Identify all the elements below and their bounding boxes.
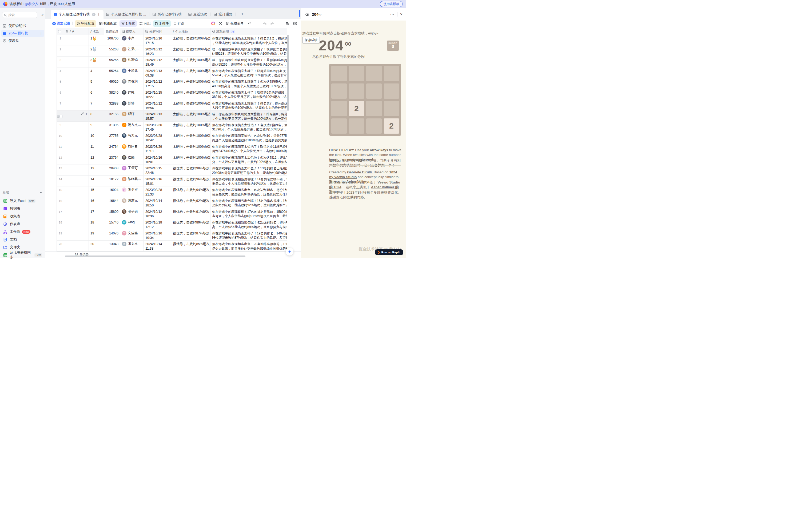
score-cell[interactable]: 23764 xyxy=(104,154,120,165)
table-row[interactable]: 151516924夕孝夕夕2023/08/28 21:33很优秀，击败约94%场… xyxy=(57,186,287,198)
score-cell[interactable]: 18172 xyxy=(104,176,120,186)
row-height-button[interactable]: 行高 xyxy=(173,21,184,26)
row-select-cell[interactable] xyxy=(57,111,64,121)
table-row[interactable]: 4455264王王泽龙2024/10/13 09:38太酷啦，击败约100%场次… xyxy=(57,67,287,79)
rank-cell[interactable]: 11 xyxy=(89,143,104,154)
expand-record-icon[interactable] xyxy=(81,112,84,115)
time-cell[interactable]: 2024/10/13 09:38 xyxy=(144,67,171,78)
score-cell[interactable]: 32888 xyxy=(104,100,120,111)
tab-more-icon[interactable]: ⋮ xyxy=(97,12,100,16)
primary-cell[interactable] xyxy=(64,89,89,100)
header-rank[interactable]: ƒ名次 xyxy=(89,28,104,35)
tier-cell[interactable]: 太酷啦，击败约100%场次 xyxy=(171,100,210,111)
user-cell[interactable]: 卢小卢 xyxy=(120,35,144,46)
time-cell[interactable]: 2024/10/16 18:01 xyxy=(144,154,171,165)
time-cell[interactable]: 2024/10/12 18:49 xyxy=(144,57,171,67)
sidebar-item-manual[interactable]: 使用说明书 xyxy=(1,22,44,29)
primary-cell[interactable] xyxy=(64,230,89,241)
primary-cell[interactable]: + xyxy=(64,111,89,121)
header-a[interactable]: ƒ A xyxy=(64,28,89,35)
time-cell[interactable]: 2024/10/16 17:15 xyxy=(144,35,171,46)
primary-cell[interactable] xyxy=(64,67,89,78)
header-tier[interactable]: ƒ个人段位 xyxy=(171,28,210,35)
close-icon[interactable]: × xyxy=(400,12,403,17)
perf-cell[interactable]: 哇，你在游戏中的表现简直太惊艳了！获得第3名的好成绩，得分高达55266，还能在… xyxy=(210,57,287,67)
user-cell[interactable]: 雪王雪可 xyxy=(120,165,144,176)
tier-cell[interactable]: 太酷啦，击败约100%场次 xyxy=(171,35,210,46)
score-cell[interactable]: 24764 xyxy=(104,143,120,154)
perf-cell[interactable]: 你在游戏中的表现相当出色呢！16名的排名很棒，16644的得分是实力的证明，能击… xyxy=(210,198,287,208)
link-gabriele[interactable]: Gabriele Cirulli. xyxy=(347,170,373,174)
perf-cell[interactable]: 你在游戏中的表现超棒！17名的排名很靠前，15800的得分也是当可观，个人段位能… xyxy=(210,208,287,219)
user-cell[interactable]: 彭彭骋 xyxy=(120,100,144,111)
time-cell[interactable]: 2024/10/16 19:34 xyxy=(144,230,171,241)
table-row[interactable]: 121223764连连懿2024/10/16 18:01太酷啦，击败约100%场… xyxy=(57,154,287,165)
time-cell[interactable]: 2024/10/12 17:15 xyxy=(144,78,171,89)
rank-cell[interactable]: 20 xyxy=(89,241,104,251)
vertical-scrollbar[interactable] xyxy=(287,35,289,111)
chevron-down-icon[interactable] xyxy=(39,191,43,194)
create-item-form[interactable]: 收集表 xyxy=(1,213,44,220)
user-cell[interactable]: 陈陈春润 xyxy=(120,78,144,89)
time-cell[interactable]: 2024/10/14 11:38 xyxy=(144,241,171,251)
rank-cell[interactable]: 5 xyxy=(89,78,104,89)
time-cell[interactable]: 2024/10/12 16:23 xyxy=(144,46,171,57)
banner-author-link[interactable]: @孝夕夕 xyxy=(25,2,38,6)
table-row[interactable]: 202013048张张文杰2024/10/14 11:38很优秀，击败约85%场… xyxy=(57,241,287,251)
tier-cell[interactable]: 太酷啦，击败约100%场次 xyxy=(171,46,210,57)
user-cell[interactable]: 文文佳鑫 xyxy=(120,230,144,241)
perf-cell[interactable]: 你在游戏中的表现简直太耀眼了！排名第7，得分高达32888，个人段位更是击败约1… xyxy=(210,100,287,111)
rank-cell[interactable]: 1 xyxy=(89,35,104,46)
rank-cell[interactable]: 12 xyxy=(89,154,104,165)
table-row[interactable]: 11 106700卢小卢2024/10/16 17:15太酷啦，击败约100%场… xyxy=(57,35,287,46)
primary-cell[interactable] xyxy=(64,219,89,230)
time-cell[interactable]: 2024/10/15 22:46 xyxy=(144,165,171,176)
redo-icon[interactable] xyxy=(270,22,274,26)
time-cell[interactable]: 2023/08/30 17:49 xyxy=(144,122,171,132)
score-cell[interactable]: 31396 xyxy=(104,122,120,132)
search-records-icon[interactable] xyxy=(286,22,290,26)
sidebar-item-dashboard[interactable]: 仪表盘 xyxy=(1,37,44,44)
widget-icon[interactable] xyxy=(293,22,297,26)
user-cell[interactable]: 夕孝夕夕 xyxy=(120,186,144,197)
time-cell[interactable]: 2024/10/16 15:01 xyxy=(144,176,171,186)
user-cell[interactable]: 孔孔家锐 xyxy=(120,57,144,67)
panel-more-icon[interactable]: ··· xyxy=(390,12,395,16)
primary-cell[interactable] xyxy=(64,46,89,57)
tier-cell[interactable]: 太酷啦，击败约100%场次 xyxy=(171,89,210,100)
time-cell[interactable]: 2024/10/12 15:54 xyxy=(144,100,171,111)
create-item-doc[interactable]: 文档 xyxy=(1,236,44,243)
user-cell[interactable]: 陈陈君元 xyxy=(120,198,144,208)
tier-cell[interactable]: 太酷啦，击败约100%场次 xyxy=(171,154,210,165)
tier-cell[interactable]: 太酷啦，击败约100%场次 xyxy=(171,122,210,132)
tier-cell[interactable]: 很优秀，击败约87%场次 xyxy=(171,230,210,241)
rank-cell[interactable]: 18 xyxy=(89,219,104,230)
perf-cell[interactable]: 你在游戏中的表现简直太棒了！取得第6名的好成绩，得分高达38240，个人段位更是… xyxy=(210,89,287,100)
run-on-replit-badge[interactable]: Run on Replit xyxy=(375,249,403,255)
user-cell[interactable]: 毛毛子娟 xyxy=(120,208,144,219)
sidebar-item-leaderboard[interactable]: 204∞ 排行榜 ⋮ xyxy=(1,30,44,37)
table-row[interactable]: 181815740Wwing2024/10/18 12:12很优秀，击败约89%… xyxy=(57,219,287,230)
row-checkbox[interactable] xyxy=(59,115,62,118)
tab-personal-best[interactable]: 个人最佳记录排行榜 ✓ ⋮ xyxy=(51,10,104,19)
tab-personal-best-2[interactable]: 个人最佳记录排行榜 ... xyxy=(104,10,149,19)
header-perf[interactable]: 游戏表现 AI xyxy=(210,28,287,35)
primary-cell[interactable] xyxy=(64,165,89,176)
time-cell[interactable]: 2024/10/12 10:36 xyxy=(144,208,171,219)
score-cell[interactable]: 15740 xyxy=(104,219,120,230)
tier-cell[interactable]: 很优秀，击败约85%场次 xyxy=(171,241,210,251)
group-button[interactable]: 分组 xyxy=(140,21,150,26)
create-item-workflow[interactable]: 工作流 New xyxy=(1,228,44,235)
user-cell[interactable]: 木汤方杰(金木) xyxy=(120,122,144,132)
header-user[interactable]: 提交人 xyxy=(120,28,144,35)
time-cell[interactable]: 2024/10/14 18:50 xyxy=(144,198,171,208)
primary-cell[interactable] xyxy=(64,143,89,154)
tier-cell[interactable]: 太酷啦，击败约100%场次 xyxy=(171,57,210,67)
tier-cell[interactable]: 很优秀，击败约96%场次 xyxy=(171,176,210,186)
rank-cell[interactable]: 19 xyxy=(89,230,104,241)
score-cell[interactable]: 32156 xyxy=(104,111,120,121)
history-icon[interactable] xyxy=(219,22,223,26)
add-record-button[interactable]: + 添加记录 xyxy=(52,21,70,26)
table-row[interactable]: 9931396木汤方杰(金木)2023/08/30 17:49太酷啦，击败约10… xyxy=(57,122,287,132)
score-cell[interactable]: 49020 xyxy=(104,78,120,89)
